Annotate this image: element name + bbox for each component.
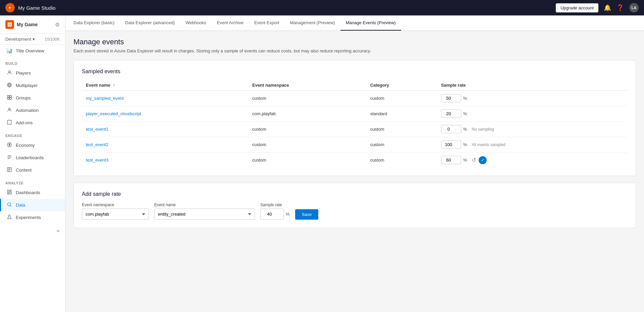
sampling-note: No sampling: [472, 127, 494, 132]
sidebar-header: My Game ⚙: [0, 15, 65, 34]
table-body: my_sampled_event custom custom %: [82, 91, 628, 168]
percent-label: %: [463, 158, 467, 163]
svg-rect-13: [10, 192, 11, 194]
event-name-cell: my_sampled_event: [82, 91, 248, 106]
environment-name: Development: [5, 37, 31, 42]
percent-label: %: [463, 111, 467, 116]
environment-label[interactable]: Development ▾: [5, 37, 35, 42]
event-name-link[interactable]: test_event1: [86, 127, 108, 132]
event-namespace-label: Event namespace: [82, 203, 149, 207]
help-icon[interactable]: ❓: [616, 4, 624, 11]
page-title: Manage events: [73, 38, 636, 46]
sidebar-item-leaderboards[interactable]: Leaderboards: [0, 151, 65, 164]
event-namespace-select[interactable]: com.playfab custom: [82, 209, 149, 220]
table-row: test_event1 custom custom % No sampling: [82, 122, 628, 137]
add-sample-rate-form: Event namespace com.playfab custom Event…: [82, 203, 628, 220]
event-name-select[interactable]: entity_created player_logged_in my_sampl…: [154, 209, 255, 220]
settings-icon[interactable]: ⚙: [55, 21, 60, 28]
sidebar-item-experiments[interactable]: Experiments: [0, 211, 65, 224]
sample-rate-cell: % No sampling: [437, 122, 628, 137]
sidebar-item-title-overview[interactable]: 📊 Title Overview: [0, 45, 65, 57]
multiplayer-icon: [6, 82, 12, 89]
notifications-icon[interactable]: 🔔: [604, 4, 611, 11]
event-name-link[interactable]: player_executed_cloudscript: [86, 111, 141, 116]
sort-icon: ↑: [113, 83, 115, 88]
save-button[interactable]: Save: [295, 209, 319, 220]
sidebar-item-dashboards[interactable]: Dashboards: [0, 186, 65, 199]
content-icon: [6, 167, 12, 173]
tab-manage-events-preview[interactable]: Manage Events (Preview): [340, 15, 401, 31]
content-area: Data Explorer (basic) Data Explorer (adv…: [65, 15, 644, 312]
event-name-link[interactable]: test_event2: [86, 142, 108, 147]
sample-rate-cell: % All events sampled: [437, 137, 628, 152]
table-row: test_event3 custom custom % ↺ ✓: [82, 152, 628, 168]
sample-rate-input[interactable]: [441, 94, 461, 102]
tab-data-explorer-basic[interactable]: Data Explorer (basic): [68, 15, 120, 31]
sidebar-item-groups[interactable]: Groups: [0, 92, 65, 104]
reset-icon[interactable]: ↺: [472, 157, 476, 163]
sample-rate-input[interactable]: [441, 109, 461, 118]
economy-label: Economy: [16, 143, 35, 148]
event-name-link[interactable]: test_event3: [86, 158, 108, 163]
event-namespace-cell: custom: [248, 152, 366, 168]
tab-event-export[interactable]: Event Export: [249, 15, 284, 31]
sample-rate-input[interactable]: [441, 125, 461, 133]
sample-rate-input[interactable]: [441, 140, 461, 149]
tab-webhooks[interactable]: Webhooks: [180, 15, 211, 31]
sidebar-collapse[interactable]: «: [0, 224, 65, 238]
confirm-icon[interactable]: ✓: [479, 156, 487, 164]
avatar[interactable]: LA: [629, 3, 639, 12]
table-row: player_executed_cloudscript com.playfab …: [82, 106, 628, 122]
sidebar: My Game ⚙ Development ▾ 10/100K 📊 Title …: [0, 15, 65, 312]
section-label-build: BUILD: [0, 57, 65, 67]
automation-label: Automation: [16, 108, 39, 113]
event-name-link[interactable]: my_sampled_event: [86, 96, 124, 101]
add-sample-rate-title: Add sample rate: [82, 191, 628, 197]
collapse-icon[interactable]: «: [57, 228, 60, 234]
tab-bar: Data Explorer (basic) Data Explorer (adv…: [65, 15, 644, 31]
section-label-analyze: ANALYZE: [0, 176, 65, 186]
app-title: My Game: [17, 22, 38, 27]
svg-rect-3: [7, 95, 9, 97]
svg-rect-5: [7, 98, 9, 99]
sidebar-item-players[interactable]: Players: [0, 67, 65, 79]
svg-point-1: [8, 71, 10, 73]
add-sample-rate-card: Add sample rate Event namespace com.play…: [73, 183, 636, 228]
data-icon: [6, 202, 12, 208]
sidebar-item-economy[interactable]: Economy: [0, 139, 65, 151]
dashboards-label: Dashboards: [16, 190, 40, 195]
upgrade-button[interactable]: Upgrade account: [556, 3, 598, 12]
sample-rate-form-input[interactable]: [260, 209, 284, 220]
tab-data-explorer-advanced[interactable]: Data Explorer (advanced): [120, 15, 180, 31]
event-namespace-group: Event namespace com.playfab custom: [82, 203, 149, 220]
percent-symbol: %: [286, 212, 290, 217]
top-bar-right: Upgrade account 🔔 ❓ LA: [556, 3, 639, 12]
app-icon: [5, 20, 14, 29]
add-ons-label: Add-ons: [16, 120, 33, 125]
event-name-cell: test_event2: [82, 137, 248, 152]
tab-management-preview[interactable]: Management (Preview): [284, 15, 340, 31]
tab-event-archive[interactable]: Event Archive: [211, 15, 249, 31]
groups-label: Groups: [16, 95, 31, 100]
event-name-group: Event name entity_created player_logged_…: [154, 203, 255, 220]
economy-icon: [6, 142, 12, 148]
sidebar-item-content[interactable]: Content: [0, 164, 65, 176]
sample-rate-input[interactable]: [441, 156, 461, 164]
svg-point-7: [8, 108, 10, 110]
sidebar-item-automation[interactable]: Automation: [0, 104, 65, 117]
multiplayer-label: Multiplayer: [16, 83, 38, 88]
percent-label: %: [463, 142, 467, 147]
event-name-cell: test_event3: [82, 152, 248, 168]
sidebar-item-data[interactable]: Data: [0, 199, 65, 211]
top-bar-left: My Game Studio: [5, 3, 56, 12]
page-subtitle: Each event stored in Azure Data Explorer…: [73, 48, 636, 53]
sample-rate-form-group: Sample rate %: [260, 203, 290, 220]
event-name-label: Event name: [154, 203, 255, 207]
event-namespace-cell: custom: [248, 91, 366, 106]
leaderboards-icon: [6, 154, 12, 161]
add-ons-icon: [6, 120, 12, 126]
sidebar-item-multiplayer[interactable]: Multiplayer: [0, 79, 65, 92]
sidebar-item-add-ons[interactable]: Add-ons: [0, 117, 65, 129]
sample-rate-cell: %: [437, 106, 628, 122]
sampled-events-card: Sampled events Event name ↑ Event namesp…: [73, 60, 636, 176]
